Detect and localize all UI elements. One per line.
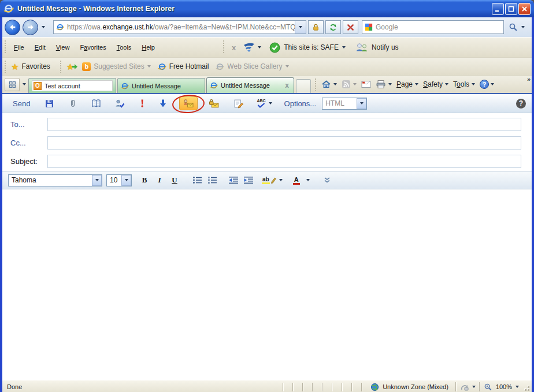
browser-window: Untitled Message - Windows Internet Expl… — [0, 0, 534, 392]
cc-button[interactable]: Cc... — [2, 139, 47, 147]
zoom-button[interactable]: 100% — [484, 383, 519, 391]
tab-close-icon[interactable]: x — [283, 81, 291, 89]
print-button[interactable] — [373, 78, 394, 91]
close-fsecure-toolbar-button[interactable]: x — [227, 43, 240, 52]
stop-button[interactable] — [343, 20, 358, 34]
minimize-button[interactable] — [492, 3, 504, 15]
fsecure-button[interactable] — [240, 40, 264, 54]
toolbar-grip[interactable] — [4, 61, 7, 73]
security-lock-button[interactable] — [308, 20, 324, 34]
tools-menu-button[interactable]: Tools — [451, 79, 477, 90]
bold-button[interactable]: B — [138, 174, 151, 186]
to-button[interactable]: To... — [2, 120, 47, 129]
safety-menu-button[interactable]: Safety — [421, 79, 451, 90]
page-menu-button[interactable]: Page — [394, 79, 421, 90]
toolbar-grip[interactable] — [60, 61, 62, 73]
read-mail-button[interactable] — [359, 79, 373, 90]
menu-file[interactable]: File — [9, 42, 29, 53]
protected-mode-button[interactable] — [460, 383, 476, 391]
tab-untitled-message-2-active[interactable]: Untitled Message x — [206, 77, 294, 93]
cc-input[interactable] — [47, 136, 521, 150]
menu-help[interactable]: Help — [136, 42, 160, 53]
highlight-caret-icon[interactable] — [279, 179, 283, 181]
menu-edit[interactable]: Edit — [29, 42, 51, 53]
new-tab-stub[interactable] — [296, 79, 311, 93]
message-body-editor[interactable] — [2, 189, 532, 380]
save-floppy-icon — [44, 99, 54, 109]
address-field[interactable]: https://owa.exchange.ust.hk/owa/?ae=Item… — [53, 20, 306, 34]
close-button[interactable] — [518, 3, 531, 15]
search-input[interactable]: Google — [362, 20, 504, 34]
font-family-select[interactable]: Tahoma — [8, 174, 102, 186]
save-button[interactable] — [42, 97, 57, 110]
more-formatting-button[interactable] — [320, 174, 334, 186]
search-options-caret-icon[interactable] — [521, 26, 525, 28]
refresh-button[interactable] — [325, 20, 341, 34]
search-placeholder: Google — [376, 23, 398, 31]
mail-icon — [361, 80, 371, 88]
digitally-sign-button[interactable] — [179, 96, 198, 110]
notify-us-button[interactable]: Notify us — [353, 40, 401, 54]
people-icon — [355, 42, 369, 53]
maximize-button[interactable] — [505, 3, 517, 15]
web-slice-caret-icon — [285, 65, 289, 68]
print-caret-icon — [388, 83, 392, 85]
command-overflow-chevron[interactable]: » — [527, 76, 531, 83]
search-button[interactable] — [506, 20, 521, 34]
feeds-button[interactable] — [339, 78, 359, 91]
importance-low-button[interactable] — [156, 97, 170, 110]
url-dropdown-button[interactable] — [295, 21, 306, 33]
decrease-indent-button[interactable] — [227, 174, 240, 186]
italic-button[interactable]: I — [153, 174, 166, 186]
site-safety-button[interactable]: This site is: SAFE — [267, 40, 348, 55]
tab-list-caret-icon[interactable] — [20, 78, 28, 91]
underline-button[interactable]: U — [168, 174, 181, 186]
recent-pages-caret-icon[interactable] — [42, 26, 45, 28]
favorites-button[interactable]: ★ Favorites — [9, 61, 53, 73]
address-book-button[interactable] — [88, 97, 105, 110]
menu-tools[interactable]: Tools — [112, 42, 137, 53]
importance-low-icon — [159, 99, 167, 108]
subject-input[interactable] — [47, 155, 521, 168]
home-button[interactable] — [319, 78, 339, 91]
free-hotmail-button[interactable]: Free Hotmail — [155, 61, 212, 73]
magnifier-icon — [509, 23, 518, 32]
attach-file-button[interactable] — [65, 97, 80, 110]
font-size-select[interactable]: 10 — [106, 174, 132, 186]
web-slice-gallery-button[interactable]: Web Slice Gallery — [213, 61, 291, 73]
owa-help-button[interactable]: ? — [516, 99, 526, 109]
numbered-list-button[interactable] — [205, 174, 219, 186]
sign-message-icon — [183, 99, 194, 108]
highlight-button[interactable]: ab — [262, 174, 276, 186]
tab-label: Untitled Message — [221, 82, 283, 89]
spell-check-button[interactable]: ABC — [254, 97, 275, 110]
resize-grip[interactable] — [521, 383, 529, 391]
send-button[interactable]: Send — [13, 99, 30, 108]
font-color-button[interactable]: A — [290, 174, 303, 186]
options-button[interactable]: Options... — [284, 99, 317, 108]
subject-label: Subject: — [2, 157, 47, 166]
suggested-sites-button[interactable]: b Suggested Sites — [80, 61, 153, 73]
encrypt-message-button[interactable] — [206, 97, 222, 110]
forward-button[interactable] — [23, 20, 38, 35]
tab-untitled-message-1[interactable]: Untitled Message — [117, 78, 205, 93]
menu-favorites[interactable]: Favorites — [75, 42, 111, 53]
format-mode-select[interactable]: HTML — [322, 98, 367, 110]
back-button[interactable] — [5, 20, 20, 35]
bulleted-list-button[interactable] — [190, 174, 204, 186]
tab-test-account[interactable]: O Test account — [28, 78, 116, 93]
to-input[interactable] — [47, 118, 521, 131]
insert-signature-button[interactable] — [231, 97, 247, 110]
quick-tabs-button[interactable] — [5, 78, 20, 91]
home-caret-icon — [333, 83, 337, 85]
menu-view[interactable]: View — [51, 42, 75, 53]
toolbar-grip[interactable] — [222, 40, 225, 54]
importance-high-button[interactable] — [136, 97, 148, 110]
toolbar-grip[interactable] — [4, 40, 7, 54]
increase-indent-button[interactable] — [242, 174, 255, 186]
font-color-caret-icon[interactable] — [306, 179, 310, 181]
toolbar-grip[interactable] — [314, 79, 317, 91]
ie-help-button[interactable]: ? — [477, 78, 496, 91]
check-names-button[interactable] — [112, 97, 128, 110]
add-to-favorites-bar-button[interactable]: ★ — [64, 61, 80, 73]
